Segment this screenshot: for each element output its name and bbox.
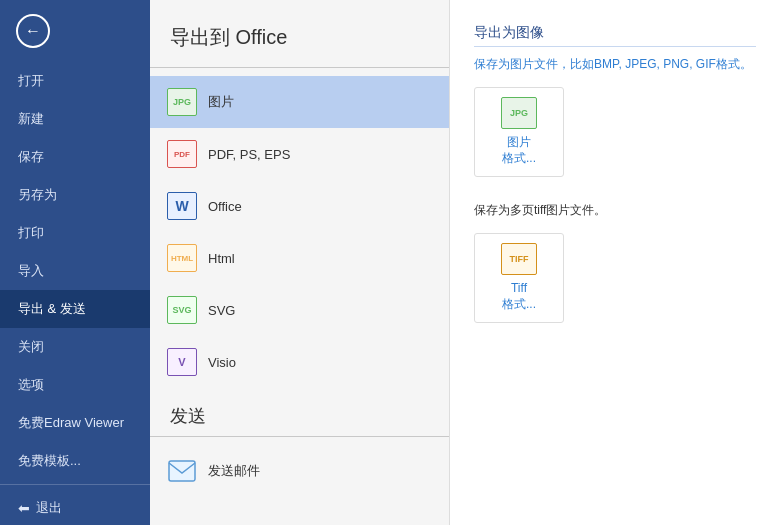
- visio-icon-box: V: [166, 346, 198, 378]
- export-item-html[interactable]: HTML Html: [150, 232, 449, 284]
- send-section-divider: [150, 436, 449, 437]
- svg-icon: SVG: [167, 296, 197, 324]
- format-cards: JPG 图片格式...: [474, 87, 756, 177]
- main-content: 导出到 Office JPG 图片 PDF PDF, PS, EPS W Off…: [150, 0, 780, 525]
- sidebar-item-new[interactable]: 新建: [0, 100, 150, 138]
- detail-section2-desc: 保存为多页tiff图片文件。: [474, 201, 756, 219]
- visio-icon: V: [167, 348, 197, 376]
- sidebar-item-print[interactable]: 打印: [0, 214, 150, 252]
- export-section-divider: [150, 67, 449, 68]
- format-card-jpg[interactable]: JPG 图片格式...: [474, 87, 564, 177]
- card-tiff-label: Tiff格式...: [502, 281, 536, 312]
- export-item-pdf[interactable]: PDF PDF, PS, EPS: [150, 128, 449, 180]
- sidebar-item-import[interactable]: 导入: [0, 252, 150, 290]
- jpg-icon-box: JPG: [166, 86, 198, 118]
- sidebar: ← 打开 新建 保存 另存为 打印 导入 导出 & 发送 关闭 选项 免费Edr…: [0, 0, 150, 525]
- export-item-visio-label: Visio: [208, 355, 236, 370]
- pdf-icon: PDF: [167, 140, 197, 168]
- jpg-icon: JPG: [167, 88, 197, 116]
- export-item-visio[interactable]: V Visio: [150, 336, 449, 388]
- export-item-office[interactable]: W Office: [150, 180, 449, 232]
- export-item-svg-label: SVG: [208, 303, 235, 318]
- pdf-icon-box: PDF: [166, 138, 198, 170]
- sidebar-item-exit[interactable]: ⬅ 退出: [0, 489, 150, 525]
- sidebar-item-free-template[interactable]: 免费模板...: [0, 442, 150, 480]
- word-icon: W: [167, 192, 197, 220]
- detail-section1-title: 导出为图像: [474, 24, 756, 47]
- export-item-image-label: 图片: [208, 93, 234, 111]
- card-tiff-icon: TIFF: [501, 243, 537, 275]
- back-arrow-icon[interactable]: ←: [16, 14, 50, 48]
- export-item-email-label: 发送邮件: [208, 462, 260, 480]
- sidebar-item-close[interactable]: 关闭: [0, 328, 150, 366]
- panel-title: 导出到 Office: [150, 24, 449, 67]
- sidebar-item-edraw-viewer[interactable]: 免费Edraw Viewer: [0, 404, 150, 442]
- html-icon: HTML: [167, 244, 197, 272]
- detail-section1-desc: 保存为图片文件，比如BMP, JPEG, PNG, GIF格式。: [474, 55, 756, 73]
- card-jpg-icon: JPG: [501, 97, 537, 129]
- format-cards-tiff: TIFF Tiff格式...: [474, 233, 756, 323]
- email-icon-box: [166, 455, 198, 487]
- back-button[interactable]: ←: [0, 0, 150, 62]
- html-icon-box: HTML: [166, 242, 198, 274]
- word-icon-box: W: [166, 190, 198, 222]
- email-icon: [167, 457, 197, 485]
- sidebar-item-open[interactable]: 打开: [0, 62, 150, 100]
- export-item-svg[interactable]: SVG SVG: [150, 284, 449, 336]
- exit-icon: ⬅: [18, 500, 30, 516]
- card-jpg-label: 图片格式...: [502, 135, 536, 166]
- sidebar-bottom: 免费Edraw Viewer 免费模板... ⬅ 退出: [0, 404, 150, 525]
- export-item-email[interactable]: 发送邮件: [150, 445, 449, 497]
- sidebar-item-saveas[interactable]: 另存为: [0, 176, 150, 214]
- sidebar-item-save[interactable]: 保存: [0, 138, 150, 176]
- sidebar-divider: [0, 484, 150, 485]
- svg-icon-box: SVG: [166, 294, 198, 326]
- send-section-label: 发送: [150, 388, 449, 436]
- export-item-html-label: Html: [208, 251, 235, 266]
- export-panel: 导出到 Office JPG 图片 PDF PDF, PS, EPS W Off…: [150, 0, 450, 525]
- detail-panel: 导出为图像 保存为图片文件，比如BMP, JPEG, PNG, GIF格式。 J…: [450, 0, 780, 525]
- export-item-pdf-label: PDF, PS, EPS: [208, 147, 290, 162]
- format-card-tiff[interactable]: TIFF Tiff格式...: [474, 233, 564, 323]
- export-item-office-label: Office: [208, 199, 242, 214]
- sidebar-item-export[interactable]: 导出 & 发送: [0, 290, 150, 328]
- svg-rect-0: [169, 461, 195, 481]
- export-item-image[interactable]: JPG 图片: [150, 76, 449, 128]
- sidebar-item-options[interactable]: 选项: [0, 366, 150, 404]
